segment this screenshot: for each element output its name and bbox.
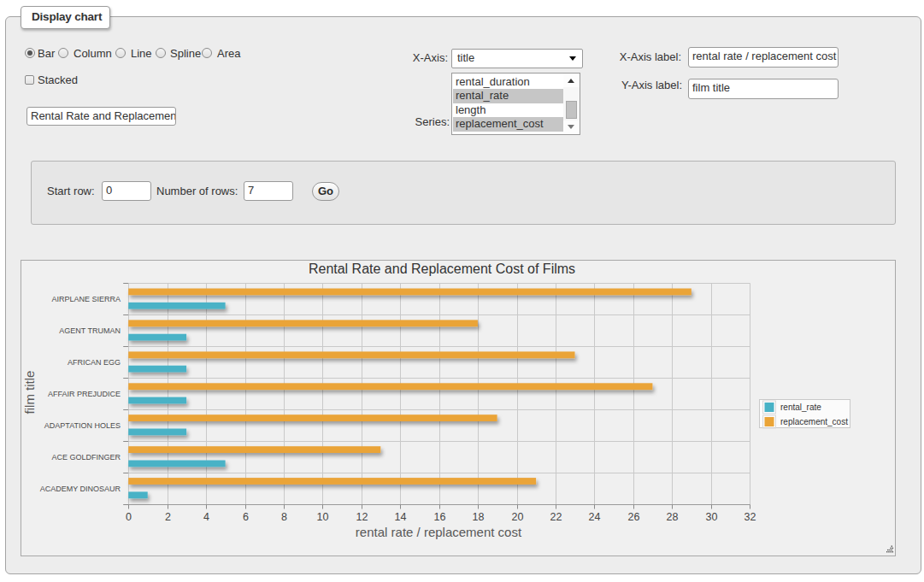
svg-text:24: 24 bbox=[589, 511, 601, 523]
svg-text:ADAPTATION HOLES: ADAPTATION HOLES bbox=[44, 421, 121, 430]
svg-text:rental rate / replacement cost: rental rate / replacement cost bbox=[356, 525, 522, 539]
svg-text:14: 14 bbox=[395, 511, 407, 523]
svg-text:rental_rate: rental_rate bbox=[780, 403, 821, 412]
svg-text:AFFAIR PREJUDICE: AFFAIR PREJUDICE bbox=[48, 390, 121, 398]
svg-text:0: 0 bbox=[126, 511, 132, 523]
svg-text:2: 2 bbox=[165, 511, 171, 523]
svg-text:18: 18 bbox=[473, 511, 485, 523]
svg-text:12: 12 bbox=[356, 511, 368, 523]
svg-text:32: 32 bbox=[744, 511, 756, 523]
svg-text:6: 6 bbox=[243, 511, 249, 523]
svg-text:AIRPLANE SIERRA: AIRPLANE SIERRA bbox=[51, 295, 121, 303]
svg-text:20: 20 bbox=[512, 511, 524, 523]
svg-text:8: 8 bbox=[281, 511, 287, 523]
svg-text:ACADEMY DINOSAUR: ACADEMY DINOSAUR bbox=[40, 485, 121, 493]
svg-text:4: 4 bbox=[203, 511, 209, 523]
svg-text:AFRICAN EGG: AFRICAN EGG bbox=[68, 358, 121, 367]
svg-text:AGENT TRUMAN: AGENT TRUMAN bbox=[59, 326, 121, 335]
svg-text:10: 10 bbox=[317, 511, 329, 523]
svg-text:ACE GOLDFINGER: ACE GOLDFINGER bbox=[51, 453, 121, 461]
svg-text:replacement_cost: replacement_cost bbox=[780, 417, 848, 426]
svg-text:Rental Rate and Replacement Co: Rental Rate and Replacement Cost of Film… bbox=[309, 262, 575, 276]
svg-text:26: 26 bbox=[628, 511, 640, 523]
svg-text:22: 22 bbox=[550, 511, 562, 523]
svg-text:30: 30 bbox=[706, 511, 718, 523]
svg-text:28: 28 bbox=[667, 511, 679, 523]
svg-text:film title: film title bbox=[22, 371, 37, 414]
svg-text:16: 16 bbox=[434, 511, 446, 523]
